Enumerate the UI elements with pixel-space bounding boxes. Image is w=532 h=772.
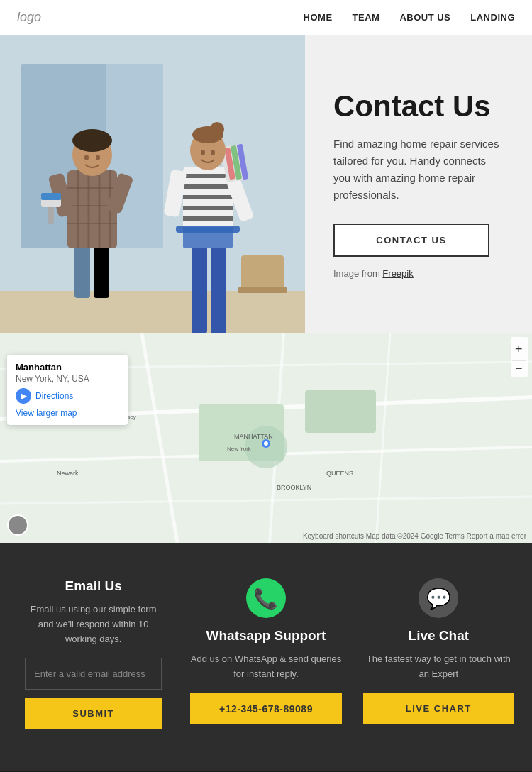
image-credit: Image from Freepik bbox=[333, 268, 504, 279]
svg-point-44 bbox=[210, 122, 224, 136]
map-location-name: Manhattan bbox=[16, 362, 119, 373]
whatsapp-description: Add us on WhatsApp & send queries for in… bbox=[190, 652, 341, 682]
email-column: Email Us Email us using our simple form … bbox=[18, 578, 169, 729]
svg-rect-4 bbox=[241, 255, 284, 291]
email-title: Email Us bbox=[65, 578, 122, 594]
livechat-description: The fastest way to get in touch with an … bbox=[363, 652, 514, 682]
email-description: Email us using our simple form and we'll… bbox=[25, 602, 162, 646]
svg-rect-29 bbox=[183, 184, 233, 189]
freepik-link[interactable]: Freepik bbox=[382, 268, 413, 279]
nav-landing[interactable]: LANDING bbox=[470, 12, 515, 23]
svg-rect-26 bbox=[211, 241, 226, 333]
svg-rect-6 bbox=[74, 241, 90, 298]
svg-rect-32 bbox=[183, 216, 233, 221]
email-input[interactable] bbox=[25, 658, 162, 690]
nav-about[interactable]: ABOUT US bbox=[399, 12, 450, 23]
phone-button[interactable]: +12-345-678-89089 bbox=[190, 693, 341, 724]
livechat-button[interactable]: LIVE CHART bbox=[363, 693, 514, 724]
contact-us-button[interactable]: CONTACT US bbox=[333, 224, 489, 257]
hero-description: Find amazing home repair services tailor… bbox=[333, 136, 504, 204]
nav-team[interactable]: TEAM bbox=[353, 12, 380, 23]
svg-rect-25 bbox=[192, 241, 207, 333]
navbar: logo HOME TEAM ABOUT US LANDING bbox=[0, 0, 532, 35]
svg-point-20 bbox=[84, 155, 89, 160]
map-avatar bbox=[7, 514, 28, 536]
svg-rect-7 bbox=[94, 241, 109, 298]
svg-point-46 bbox=[211, 150, 215, 155]
svg-rect-30 bbox=[183, 195, 233, 199]
whatsapp-column: 📞 Whatsapp Support Add us on WhatsApp & … bbox=[190, 578, 341, 729]
map-footer-text: Keyboard shortcuts Map data ©2024 Google… bbox=[303, 532, 526, 540]
hero-section: Contact Us Find amazing home repair serv… bbox=[0, 35, 532, 333]
image-credit-prefix: Image from bbox=[333, 268, 382, 279]
hero-content: Contact Us Find amazing home repair serv… bbox=[305, 35, 532, 333]
map-section: Manhattan New York, NY, USA ▶ Directions… bbox=[0, 333, 532, 543]
contact-section: Email Us Email us using our simple form … bbox=[0, 543, 532, 771]
logo: logo bbox=[17, 10, 41, 25]
submit-button[interactable]: SUBMIT bbox=[25, 698, 162, 729]
directions-label[interactable]: Directions bbox=[35, 391, 73, 401]
svg-rect-31 bbox=[183, 206, 233, 210]
map-location-sub: New York, NY, USA bbox=[16, 374, 119, 384]
whatsapp-title: Whatsapp Support bbox=[206, 628, 326, 644]
svg-rect-24 bbox=[41, 193, 61, 200]
svg-point-45 bbox=[201, 150, 205, 155]
svg-rect-5 bbox=[238, 287, 287, 293]
nav-links: HOME TEAM ABOUT US LANDING bbox=[304, 12, 515, 23]
directions-button[interactable]: ▶ Directions bbox=[16, 388, 119, 404]
directions-icon: ▶ bbox=[16, 388, 31, 404]
livechat-icon: 💬 bbox=[419, 578, 458, 618]
livechat-title: Live Chat bbox=[409, 628, 470, 644]
hero-image bbox=[0, 35, 305, 333]
view-larger-map-link[interactable]: View larger map bbox=[16, 408, 119, 418]
svg-rect-35 bbox=[176, 226, 240, 233]
svg-rect-3 bbox=[0, 291, 305, 333]
svg-point-19 bbox=[72, 129, 112, 152]
svg-point-21 bbox=[96, 155, 100, 160]
nav-home[interactable]: HOME bbox=[304, 12, 333, 23]
whatsapp-icon: 📞 bbox=[246, 578, 286, 618]
map-popup: Manhattan New York, NY, USA ▶ Directions… bbox=[7, 355, 128, 425]
contact-grid: Email Us Email us using our simple form … bbox=[18, 578, 514, 729]
hero-title: Contact Us bbox=[333, 90, 504, 123]
livechat-column: 💬 Live Chat The fastest way to get in to… bbox=[363, 578, 514, 729]
